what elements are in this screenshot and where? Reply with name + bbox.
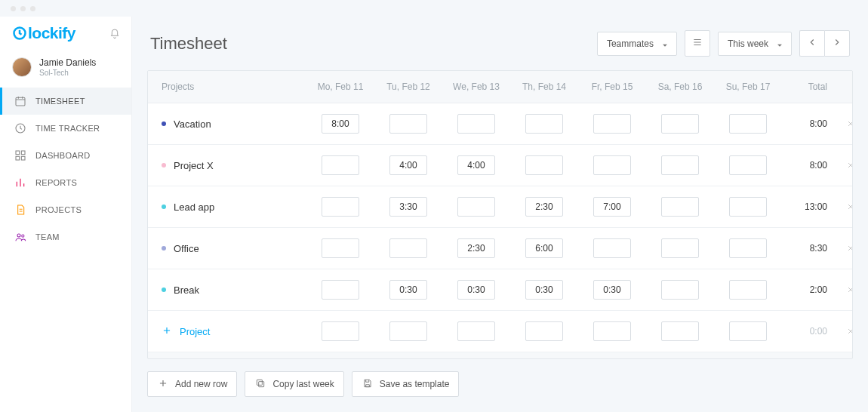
bell-icon[interactable] (109, 27, 121, 39)
time-input[interactable] (322, 321, 359, 341)
time-input[interactable] (322, 280, 359, 300)
delete-row-button[interactable] (835, 228, 853, 269)
add-project-cell[interactable]: Project (148, 311, 306, 352)
column-total: Total (782, 71, 835, 103)
time-input[interactable] (525, 155, 563, 175)
project-cell[interactable]: Office (148, 228, 306, 269)
time-input[interactable] (389, 280, 427, 300)
project-label: Office (174, 243, 199, 254)
time-input[interactable] (389, 321, 427, 341)
time-input[interactable] (593, 114, 631, 134)
time-input[interactable] (593, 238, 631, 258)
add-row-label: Add new row (175, 379, 227, 389)
time-input[interactable] (457, 321, 495, 341)
project-cell[interactable]: Vacation (148, 103, 306, 145)
footer-day-total-3: 9:00 (510, 352, 578, 359)
time-cell (374, 186, 442, 228)
svg-point-7 (17, 234, 20, 237)
sidebar-item-team[interactable]: TEAM (0, 223, 131, 251)
sidebar-item-reports[interactable]: REPORTS (0, 169, 131, 196)
time-input[interactable] (729, 197, 767, 217)
user-name: Jamie Daniels (39, 57, 96, 68)
time-input[interactable] (729, 114, 767, 134)
time-input[interactable] (525, 114, 563, 134)
time-input[interactable] (389, 114, 427, 134)
project-cell[interactable]: Project X (148, 145, 306, 186)
time-input[interactable] (661, 321, 699, 341)
project-color-dot (162, 121, 166, 126)
delete-row-button[interactable] (835, 269, 853, 311)
time-input[interactable] (389, 155, 427, 175)
list-view-button[interactable] (685, 30, 710, 57)
time-input[interactable] (661, 280, 699, 300)
svg-rect-10 (257, 380, 263, 385)
time-cell (578, 228, 646, 269)
delete-row-button[interactable] (835, 311, 853, 352)
time-input[interactable] (457, 280, 495, 300)
delete-row-button[interactable] (835, 145, 853, 186)
time-input[interactable] (525, 197, 563, 217)
time-cell (714, 311, 782, 352)
project-cell[interactable]: Break (148, 269, 306, 311)
prev-week-button[interactable] (799, 30, 824, 57)
time-input[interactable] (457, 238, 495, 258)
time-cell (646, 103, 714, 145)
sidebar-item-time-tracker[interactable]: TIME TRACKER (0, 115, 131, 142)
teammates-label: Teammates (607, 38, 654, 49)
row-total: 2:00 (782, 269, 835, 311)
project-label: Lead app (174, 201, 214, 213)
sidebar-item-dashboard[interactable]: DASHBOARD (0, 142, 131, 169)
copy-last-week-button[interactable]: Copy last week (245, 371, 343, 397)
plus-icon (162, 325, 172, 338)
sidebar-item-projects[interactable]: PROJECTS (0, 196, 131, 223)
column-day-1: Tu, Feb 12 (374, 71, 442, 103)
time-input[interactable] (389, 238, 427, 258)
time-input[interactable] (457, 114, 495, 134)
time-cell (374, 228, 442, 269)
time-input[interactable] (661, 114, 699, 134)
time-cell (510, 311, 578, 352)
save-template-button[interactable]: Save as template (352, 371, 460, 397)
time-input[interactable] (729, 155, 767, 175)
time-input[interactable] (525, 238, 563, 258)
time-cell (714, 186, 782, 228)
calendar-icon (14, 95, 26, 107)
range-dropdown[interactable]: This week (718, 32, 792, 56)
time-input[interactable] (457, 155, 495, 175)
bar-chart-icon (14, 177, 26, 189)
time-cell (578, 269, 646, 311)
time-input[interactable] (322, 238, 359, 258)
copy-icon (254, 378, 266, 390)
document-icon (14, 204, 26, 216)
time-input[interactable] (661, 197, 699, 217)
time-input[interactable] (389, 197, 427, 217)
delete-row-button[interactable] (835, 186, 853, 228)
time-input[interactable] (525, 280, 563, 300)
time-input[interactable] (729, 280, 767, 300)
add-row-button[interactable]: Add new row (147, 371, 237, 397)
time-cell (306, 228, 374, 269)
footer-day-total-5: 0:00 (646, 352, 714, 359)
time-input[interactable] (322, 197, 359, 217)
sidebar-item-timesheet[interactable]: TIMESHEET (0, 88, 131, 115)
footer-day-total-4: 7:30 (578, 352, 646, 359)
teammates-dropdown[interactable]: Teammates (597, 32, 677, 56)
project-cell[interactable]: Lead app (148, 186, 306, 228)
delete-row-button[interactable] (835, 103, 853, 145)
time-input[interactable] (593, 155, 631, 175)
column-day-0: Mo, Feb 11 (306, 71, 374, 103)
time-input[interactable] (322, 114, 359, 134)
time-input[interactable] (661, 238, 699, 258)
time-input[interactable] (593, 321, 631, 341)
time-input[interactable] (661, 155, 699, 175)
time-input[interactable] (593, 280, 631, 300)
time-input[interactable] (729, 321, 767, 341)
next-week-button[interactable] (824, 30, 850, 57)
time-input[interactable] (457, 197, 495, 217)
time-input[interactable] (729, 238, 767, 258)
user-block[interactable]: Jamie Daniels Sol-Tech (0, 53, 131, 88)
time-input[interactable] (593, 197, 631, 217)
time-input[interactable] (322, 155, 359, 175)
time-input[interactable] (525, 321, 563, 341)
add-project-label: Project (180, 326, 210, 337)
